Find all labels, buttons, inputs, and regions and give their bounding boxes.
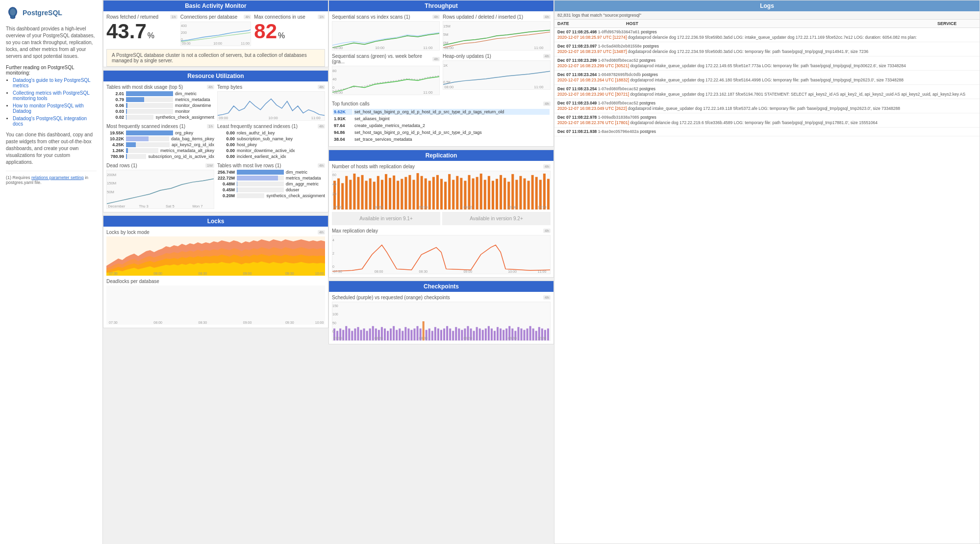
svg-text:09:00: 09:00 (219, 116, 228, 120)
svg-text:08:00: 08:00 (444, 46, 453, 50)
svg-text:80: 80 (332, 69, 336, 73)
svg-text:10:00: 10:00 (213, 42, 222, 45)
checkpoints-header: Checkpoints (329, 281, 553, 292)
svg-rect-164 (443, 329, 445, 340)
svg-rect-99 (511, 174, 514, 209)
svg-rect-152 (407, 329, 409, 340)
footer-link[interactable]: relations parameter setting (31, 175, 84, 180)
temp-badge: 4h (318, 85, 325, 89)
seq-green-badge: 4h (432, 57, 440, 61)
svg-rect-83 (448, 174, 451, 209)
freq-label: Most frequently scanned indexes (1) (106, 124, 185, 129)
svg-rect-149 (399, 329, 401, 340)
svg-text:11:00: 11:00 (423, 46, 432, 50)
svg-text:08:30: 08:30 (199, 321, 207, 324)
dead-rows-chart: December Thu 3 Sat 5 Mon 7 200M 150M 50M (106, 170, 214, 209)
svg-rect-199 (547, 329, 549, 340)
svg-rect-131 (345, 326, 347, 340)
deadlocks-chart: 07:30 08:00 08:30 09:00 09:30 10:00 (106, 285, 325, 325)
bam-header: Basic Activity Monitor (103, 0, 328, 11)
svg-rect-136 (360, 330, 362, 340)
link-3[interactable]: Datadog's PostgreSQL integration docs (13, 116, 87, 127)
svg-rect-101 (519, 176, 522, 209)
func-val: 94.86 (333, 130, 352, 135)
deadlocks-section: Deadlocks per database 07:30 08:00 08:30… (106, 279, 325, 325)
list-item: Datadog's PostgreSQL integration docs (13, 116, 97, 127)
svg-text:09:00: 09:00 (463, 270, 472, 273)
list-item: 780.99 subscription_org_id_is_active_idx (106, 154, 214, 159)
rows-updated-label: Rows updated / deleted / inserted (1) (443, 14, 523, 20)
replication-content: Number of hosts with replication delay 4… (329, 161, 553, 277)
svg-rect-94 (492, 181, 494, 210)
hosts-delay-label: Number of hosts with replication delay (332, 164, 415, 169)
list-item: 1.26K metrics_metadata_alt_pkey (106, 148, 214, 153)
least-label: Least frequently scanned indexes (1) (217, 124, 298, 129)
svg-rect-176 (479, 329, 481, 340)
svg-rect-175 (476, 327, 478, 340)
max-delay-label: Max replication delay (332, 228, 378, 233)
svg-rect-160 (431, 331, 433, 341)
list-item: 0.45M dduser (217, 187, 325, 192)
dead-rows-section: Dead rows (1) 1W December Thu 3 Sat 5 Mo… (106, 163, 214, 209)
live-rows-section: Tables with most live rows (1) 4h 256.74… (217, 163, 325, 209)
max-connections-unit: % (278, 31, 285, 40)
svg-rect-166 (449, 329, 451, 340)
list-item: 4.25K api_keys2_org_id_idx (106, 142, 214, 147)
table-row: 9.62K set_host_tags_bigint_p_org_id_p_ho… (333, 109, 550, 115)
svg-rect-88 (468, 175, 470, 209)
svg-text:2: 2 (332, 252, 334, 255)
svg-text:5M: 5M (443, 32, 449, 36)
list-item: 0.00 monitor_downtime_active_idx (217, 148, 325, 153)
svg-text:08:00: 08:00 (444, 85, 453, 89)
svg-rect-108 (547, 179, 550, 209)
temp-chart: 09:00 10:00 11:00 (217, 91, 325, 121)
svg-text:09:00: 09:00 (243, 321, 252, 324)
svg-rect-92 (484, 180, 486, 209)
svg-rect-91 (480, 174, 482, 209)
svg-text:10:00: 10:00 (508, 270, 517, 273)
list-item: 0.48M dim_aggr_metric (217, 181, 325, 186)
locks-badge: 4h (318, 230, 325, 234)
svg-text:10:00: 10:00 (375, 46, 384, 50)
svg-text:0: 0 (332, 86, 334, 90)
svg-text:0.5K: 0.5K (443, 80, 451, 84)
svg-rect-81 (440, 179, 443, 209)
func-calls-section: Top function calls 4h 9.62K set_host_tag… (329, 98, 553, 146)
svg-rect-154 (413, 329, 415, 340)
svg-text:09:00: 09:00 (243, 272, 252, 275)
svg-text:Mon 7: Mon 7 (192, 204, 202, 208)
svg-rect-132 (348, 329, 350, 340)
replication-header: Replication (329, 150, 553, 161)
svg-text:40: 40 (332, 182, 336, 186)
log-entry: Dec 07 11:08:23.097 1-0c5ad40b2eb81558e … (554, 42, 980, 56)
link-0[interactable]: Datadog's guide to key PostgreSQL metric… (13, 78, 90, 88)
svg-rect-62 (365, 181, 368, 210)
locks-chart: /* bars rendered below */ (106, 236, 325, 276)
heap-updates-label: Heap-only updates (1) (443, 53, 491, 59)
svg-rect-73 (408, 175, 411, 209)
resource-panel: Resource Utilization Tables with most di… (103, 70, 328, 212)
svg-rect-170 (461, 330, 463, 340)
svg-text:11:00: 11:00 (534, 85, 543, 89)
sidebar-footer: (1) Requires relations parameter setting… (6, 171, 97, 185)
func-calls-label: Top function calls (332, 101, 370, 106)
further-reading-label: Further reading on PostgreSQL monitoring… (6, 65, 97, 76)
svg-text:40: 40 (332, 77, 336, 81)
log-entry: Dec 07 11:08:25.498 1-0ffd9579b33647a61 … (554, 28, 980, 42)
list-item: 0.00 incident_earliest_ack_idx (217, 154, 325, 159)
replication-availability: Available in version 9.1+ Available in v… (332, 212, 551, 225)
link-2[interactable]: How to monitor PostgreSQL with Datadog (13, 103, 84, 114)
svg-text:07:30: 07:30 (333, 270, 342, 273)
link-1[interactable]: Collecting metrics with PostgreSQL monit… (13, 90, 89, 101)
live-rows-badge: 4h (318, 163, 325, 168)
svg-rect-179 (488, 326, 490, 340)
avail-91: Available in version 9.1+ (332, 212, 440, 225)
svg-rect-151 (404, 327, 406, 340)
svg-text:1K: 1K (443, 63, 448, 67)
right-main-column: Throughput Sequential scans vs index sca… (328, 0, 554, 544)
log-entry: Dec 07 11:08:22.978 1-009adb31838a7085 p… (554, 113, 980, 128)
rows-fetched-label: Rows fetched / returned (106, 14, 158, 20)
log-entry: Dec 07 11:08:23.264 1-0049782695f5dc0db … (554, 71, 980, 85)
max-connections-label: Max connections in use (254, 14, 305, 20)
svg-text:08:00: 08:00 (375, 206, 383, 209)
